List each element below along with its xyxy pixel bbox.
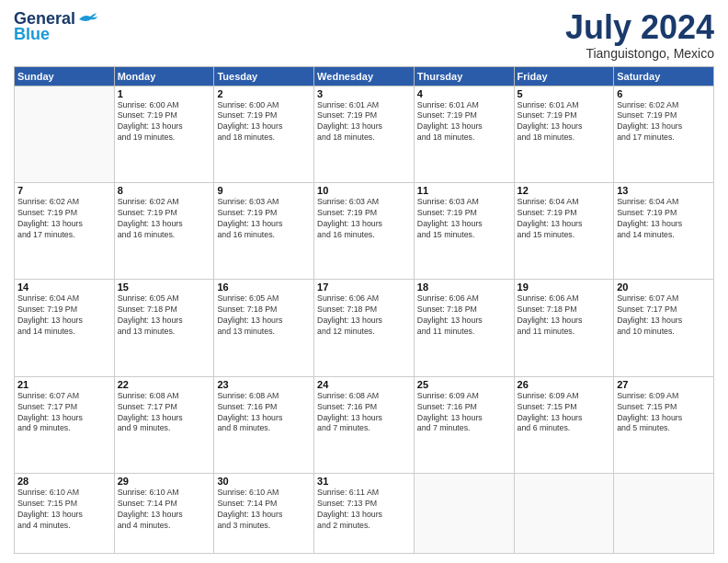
day-info: Sunrise: 6:08 AMSunset: 7:16 PMDaylight:… <box>217 391 311 435</box>
day-info: Sunrise: 6:09 AMSunset: 7:15 PMDaylight:… <box>518 391 611 435</box>
day-number: 25 <box>417 379 511 390</box>
day-info: Sunrise: 6:07 AMSunset: 7:17 PMDaylight:… <box>17 391 111 435</box>
day-number: 29 <box>118 476 211 487</box>
table-row: 13Sunrise: 6:04 AMSunset: 7:19 PMDayligh… <box>614 182 714 279</box>
day-number: 30 <box>217 476 311 487</box>
day-number: 14 <box>17 282 111 293</box>
day-info: Sunrise: 6:02 AMSunset: 7:19 PMDaylight:… <box>17 197 111 241</box>
day-number: 2 <box>217 88 311 99</box>
table-row: 30Sunrise: 6:10 AMSunset: 7:14 PMDayligh… <box>214 474 314 554</box>
day-info: Sunrise: 6:00 AMSunset: 7:19 PMDaylight:… <box>118 100 211 144</box>
day-info: Sunrise: 6:04 AMSunset: 7:19 PMDaylight:… <box>617 197 711 241</box>
table-row: 29Sunrise: 6:10 AMSunset: 7:14 PMDayligh… <box>114 474 214 554</box>
table-row: 5Sunrise: 6:01 AMSunset: 7:19 PMDaylight… <box>514 86 614 182</box>
day-number: 7 <box>17 185 111 196</box>
table-row: 2Sunrise: 6:00 AMSunset: 7:19 PMDaylight… <box>214 86 314 182</box>
day-info: Sunrise: 6:04 AMSunset: 7:19 PMDaylight:… <box>17 293 111 338</box>
logo: General Blue <box>14 9 97 44</box>
table-row: 22Sunrise: 6:08 AMSunset: 7:17 PMDayligh… <box>114 376 214 473</box>
calendar-header-row: Sunday Monday Tuesday Wednesday Thursday… <box>15 66 714 86</box>
day-info: Sunrise: 6:05 AMSunset: 7:18 PMDaylight:… <box>217 293 311 338</box>
day-info: Sunrise: 6:00 AMSunset: 7:19 PMDaylight:… <box>217 100 311 144</box>
day-info: Sunrise: 6:09 AMSunset: 7:16 PMDaylight:… <box>417 391 511 435</box>
table-row <box>414 474 514 554</box>
table-row: 11Sunrise: 6:03 AMSunset: 7:19 PMDayligh… <box>414 182 514 279</box>
table-row: 24Sunrise: 6:08 AMSunset: 7:16 PMDayligh… <box>314 376 415 473</box>
table-row: 10Sunrise: 6:03 AMSunset: 7:19 PMDayligh… <box>314 182 415 279</box>
day-info: Sunrise: 6:03 AMSunset: 7:19 PMDaylight:… <box>217 197 311 241</box>
table-row: 15Sunrise: 6:05 AMSunset: 7:18 PMDayligh… <box>114 280 214 376</box>
day-number: 4 <box>417 88 511 99</box>
table-row: 23Sunrise: 6:08 AMSunset: 7:16 PMDayligh… <box>214 376 314 473</box>
table-row <box>614 474 714 554</box>
table-row: 14Sunrise: 6:04 AMSunset: 7:19 PMDayligh… <box>15 280 115 376</box>
day-info: Sunrise: 6:03 AMSunset: 7:19 PMDaylight:… <box>417 197 511 241</box>
table-row: 16Sunrise: 6:05 AMSunset: 7:18 PMDayligh… <box>214 280 314 376</box>
day-number: 15 <box>118 282 211 293</box>
day-number: 31 <box>317 476 411 487</box>
day-info: Sunrise: 6:10 AMSunset: 7:14 PMDaylight:… <box>217 488 311 532</box>
day-info: Sunrise: 6:08 AMSunset: 7:17 PMDaylight:… <box>118 391 211 435</box>
day-number: 27 <box>617 379 711 390</box>
day-info: Sunrise: 6:01 AMSunset: 7:19 PMDaylight:… <box>417 100 511 144</box>
day-number: 16 <box>217 282 311 293</box>
header-saturday: Saturday <box>614 66 714 86</box>
day-number: 9 <box>217 185 311 196</box>
header-thursday: Thursday <box>414 66 514 86</box>
day-info: Sunrise: 6:02 AMSunset: 7:19 PMDaylight:… <box>617 100 711 144</box>
table-row: 17Sunrise: 6:06 AMSunset: 7:18 PMDayligh… <box>314 280 415 376</box>
location: Tianguistongo, Mexico <box>565 46 714 61</box>
day-info: Sunrise: 6:06 AMSunset: 7:18 PMDaylight:… <box>518 293 611 338</box>
day-info: Sunrise: 6:02 AMSunset: 7:19 PMDaylight:… <box>118 197 211 241</box>
day-info: Sunrise: 6:08 AMSunset: 7:16 PMDaylight:… <box>317 391 411 435</box>
table-row: 26Sunrise: 6:09 AMSunset: 7:15 PMDayligh… <box>514 376 614 473</box>
day-info: Sunrise: 6:01 AMSunset: 7:19 PMDaylight:… <box>518 100 611 144</box>
table-row: 19Sunrise: 6:06 AMSunset: 7:18 PMDayligh… <box>514 280 614 376</box>
day-number: 6 <box>617 88 711 99</box>
page-header: General Blue July 2024 Tianguistongo, Me… <box>14 9 714 61</box>
day-info: Sunrise: 6:03 AMSunset: 7:19 PMDaylight:… <box>317 197 411 241</box>
table-row <box>15 86 115 182</box>
day-number: 18 <box>417 282 511 293</box>
table-row: 3Sunrise: 6:01 AMSunset: 7:19 PMDaylight… <box>314 86 415 182</box>
day-number: 23 <box>217 379 311 390</box>
day-number: 26 <box>518 379 611 390</box>
table-row: 25Sunrise: 6:09 AMSunset: 7:16 PMDayligh… <box>414 376 514 473</box>
table-row: 12Sunrise: 6:04 AMSunset: 7:19 PMDayligh… <box>514 182 614 279</box>
header-friday: Friday <box>514 66 614 86</box>
table-row: 18Sunrise: 6:06 AMSunset: 7:18 PMDayligh… <box>414 280 514 376</box>
day-number: 24 <box>317 379 411 390</box>
day-number: 12 <box>518 185 611 196</box>
header-tuesday: Tuesday <box>214 66 314 86</box>
calendar-table: Sunday Monday Tuesday Wednesday Thursday… <box>14 66 714 554</box>
day-info: Sunrise: 6:06 AMSunset: 7:18 PMDaylight:… <box>317 293 411 338</box>
day-info: Sunrise: 6:09 AMSunset: 7:15 PMDaylight:… <box>617 391 711 435</box>
day-number: 22 <box>118 379 211 390</box>
day-info: Sunrise: 6:06 AMSunset: 7:18 PMDaylight:… <box>417 293 511 338</box>
table-row: 21Sunrise: 6:07 AMSunset: 7:17 PMDayligh… <box>15 376 115 473</box>
table-row: 28Sunrise: 6:10 AMSunset: 7:15 PMDayligh… <box>15 474 115 554</box>
day-number: 11 <box>417 185 511 196</box>
day-info: Sunrise: 6:01 AMSunset: 7:19 PMDaylight:… <box>317 100 411 144</box>
day-number: 20 <box>617 282 711 293</box>
table-row: 31Sunrise: 6:11 AMSunset: 7:13 PMDayligh… <box>314 474 415 554</box>
title-block: July 2024 Tianguistongo, Mexico <box>565 9 714 61</box>
logo-line2: Blue <box>14 25 50 44</box>
table-row: 27Sunrise: 6:09 AMSunset: 7:15 PMDayligh… <box>614 376 714 473</box>
day-info: Sunrise: 6:10 AMSunset: 7:15 PMDaylight:… <box>17 488 111 532</box>
month-title: July 2024 <box>565 9 714 46</box>
header-monday: Monday <box>114 66 214 86</box>
table-row <box>514 474 614 554</box>
table-row: 6Sunrise: 6:02 AMSunset: 7:19 PMDaylight… <box>614 86 714 182</box>
day-info: Sunrise: 6:10 AMSunset: 7:14 PMDaylight:… <box>118 488 211 532</box>
day-info: Sunrise: 6:07 AMSunset: 7:17 PMDaylight:… <box>617 293 711 338</box>
day-info: Sunrise: 6:04 AMSunset: 7:19 PMDaylight:… <box>518 197 611 241</box>
table-row: 7Sunrise: 6:02 AMSunset: 7:19 PMDaylight… <box>15 182 115 279</box>
day-number: 21 <box>17 379 111 390</box>
table-row: 8Sunrise: 6:02 AMSunset: 7:19 PMDaylight… <box>114 182 214 279</box>
day-number: 3 <box>317 88 411 99</box>
day-info: Sunrise: 6:05 AMSunset: 7:18 PMDaylight:… <box>118 293 211 338</box>
header-wednesday: Wednesday <box>314 66 415 86</box>
day-number: 28 <box>17 476 111 487</box>
table-row: 20Sunrise: 6:07 AMSunset: 7:17 PMDayligh… <box>614 280 714 376</box>
